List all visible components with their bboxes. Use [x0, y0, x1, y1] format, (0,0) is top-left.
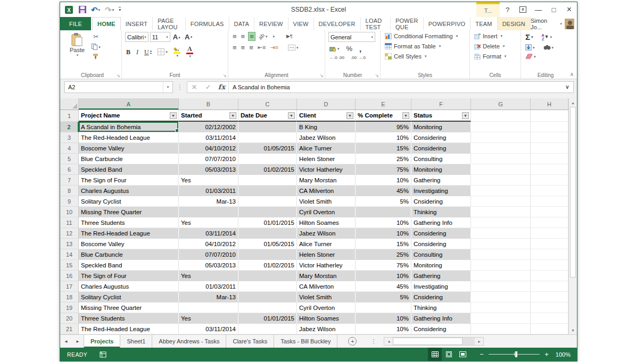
column-header-A[interactable]: A: [79, 98, 179, 110]
cell-E21[interactable]: 10%: [356, 324, 411, 334]
grow-font-button[interactable]: A▲: [172, 33, 182, 41]
cell-F9[interactable]: Cnsidering: [411, 196, 471, 207]
cell-B13[interactable]: 04/10/2012: [179, 239, 238, 249]
cell-C3[interactable]: [238, 132, 297, 143]
ribbon-tab-data[interactable]: DATA: [229, 17, 255, 30]
sheet-tab-tasks-bill-buckley[interactable]: Tasks - Bill Buckley: [274, 335, 337, 348]
cell-A12[interactable]: The Red-Headed League: [79, 228, 179, 239]
cell-H14[interactable]: [531, 249, 568, 260]
cell-C6[interactable]: 01/02/2015: [238, 164, 297, 175]
save-button[interactable]: [79, 6, 86, 13]
cell-G4[interactable]: [471, 143, 531, 154]
cell-F19[interactable]: Thinking: [411, 302, 471, 313]
cell-G5[interactable]: [471, 154, 531, 164]
cell-H16[interactable]: [531, 271, 568, 281]
cell-A2[interactable]: A Scandal in Bohemia: [79, 122, 179, 132]
formula-bar-grip[interactable]: ⋮: [177, 83, 183, 91]
cell-H11[interactable]: [531, 217, 568, 228]
name-box[interactable]: A2 ▾: [64, 81, 173, 93]
cell-E3[interactable]: 10%: [356, 132, 411, 143]
cell-F13[interactable]: Considering: [411, 239, 471, 249]
middle-align-button[interactable]: ≡: [240, 32, 246, 40]
number-format-combo[interactable]: General▾: [328, 32, 375, 42]
column-header-B[interactable]: B: [179, 98, 238, 110]
cell-A6[interactable]: Speckled Band: [79, 164, 179, 175]
row-header-17[interactable]: 17: [60, 281, 79, 292]
zoom-slider[interactable]: [489, 354, 540, 355]
cell-B21[interactable]: 03/11/2014: [179, 324, 238, 334]
cell-F20[interactable]: Gathering Info: [411, 313, 471, 324]
cell-H15[interactable]: [531, 260, 568, 271]
horizontal-scroll-thumb[interactable]: [393, 338, 462, 345]
table-header-started[interactable]: Started▼: [179, 110, 238, 122]
align-left-button[interactable]: ≡: [232, 44, 238, 52]
cell-F18[interactable]: Cnsidering: [411, 292, 471, 302]
cell-F11[interactable]: Gathering Info: [411, 217, 471, 228]
close-button[interactable]: ×: [562, 2, 577, 17]
cell-G15[interactable]: [471, 260, 531, 271]
font-dialog-launcher[interactable]: ↘: [222, 73, 227, 78]
cell-D11[interactable]: Hilton Soames: [297, 217, 356, 228]
cell-H19[interactable]: [531, 302, 568, 313]
ribbon-tab-power-que[interactable]: POWER QUE: [391, 17, 424, 30]
zoom-out-button[interactable]: −: [477, 350, 486, 358]
column-header-G[interactable]: G: [471, 98, 531, 110]
cancel-entry-button[interactable]: ✕: [187, 83, 201, 91]
cell-C2[interactable]: [238, 122, 297, 132]
cell-H9[interactable]: [531, 196, 568, 207]
user-avatar[interactable]: [565, 19, 574, 29]
cell-B2[interactable]: 02/12/2002: [179, 122, 238, 132]
autosum-button[interactable]: Σ: [524, 32, 534, 41]
row-header-20[interactable]: 20: [60, 313, 79, 324]
cell-C20[interactable]: 01/01/2015: [238, 313, 297, 324]
cell-G13[interactable]: [471, 239, 531, 249]
cell-G16[interactable]: [471, 271, 531, 281]
format-painter-button[interactable]: [90, 53, 102, 60]
row-header-10[interactable]: 10: [60, 207, 79, 217]
cell-E10[interactable]: [356, 207, 411, 217]
clear-button[interactable]: [524, 53, 537, 60]
table-header-date-due[interactable]: Date Due▼: [238, 110, 297, 122]
ribbon-display-options-button[interactable]: [515, 2, 531, 17]
collapse-ribbon-button[interactable]: ∧: [570, 71, 574, 77]
cell-D20[interactable]: Hilton Soames: [297, 313, 356, 324]
fill-color-button[interactable]: [172, 46, 181, 58]
format-as-table-button[interactable]: Format as Table: [384, 43, 466, 50]
cell-A7[interactable]: The Sign of Four: [79, 175, 179, 186]
cell-C9[interactable]: [238, 196, 297, 207]
customize-qat-button[interactable]: ▾: [119, 7, 121, 12]
ribbon-tab-formulas[interactable]: FORMULAS: [186, 17, 229, 30]
cell-D13[interactable]: Alice Turner: [297, 239, 356, 249]
scroll-left-button[interactable]: ◄: [384, 338, 393, 345]
filter-button-client[interactable]: ▼: [346, 112, 353, 119]
cell-B15[interactable]: 05/03/2013: [179, 260, 238, 271]
cell-D12[interactable]: Jabez Wilson: [297, 228, 356, 239]
cell-D8[interactable]: CA Milverton: [297, 186, 356, 196]
cell-B19[interactable]: [179, 302, 238, 313]
cell-E4[interactable]: 15%: [356, 143, 411, 154]
cell-F21[interactable]: Considering: [411, 324, 471, 334]
scroll-down-button[interactable]: ▼: [569, 326, 577, 334]
cell-H1[interactable]: [531, 110, 568, 122]
cell-E17[interactable]: 45%: [356, 281, 411, 292]
cell-G6[interactable]: [471, 164, 531, 175]
cell-B18[interactable]: Mar-13: [179, 292, 238, 302]
cell-F3[interactable]: Considering: [411, 132, 471, 143]
column-header-F[interactable]: F: [411, 98, 471, 110]
filter-button-project-name[interactable]: ▼: [170, 112, 177, 119]
cell-D18[interactable]: Violet Smith: [297, 292, 356, 302]
cell-A21[interactable]: The Red-Headed League: [79, 324, 179, 334]
comma-style-button[interactable]: ,: [358, 44, 362, 53]
row-header-16[interactable]: 16: [60, 271, 79, 281]
cell-B17[interactable]: 01/03/2011: [179, 281, 238, 292]
sheet-bar-grip[interactable]: ⋮: [370, 335, 376, 348]
vertical-scroll-thumb[interactable]: [570, 107, 576, 277]
cell-A3[interactable]: The Red-Headed League: [79, 132, 179, 143]
zoom-in-button[interactable]: +: [542, 350, 551, 358]
cell-A18[interactable]: Solitary Cyclist: [79, 292, 179, 302]
cell-E13[interactable]: 15%: [356, 239, 411, 249]
merge-center-button[interactable]: [287, 44, 300, 51]
cell-G17[interactable]: [471, 281, 531, 292]
row-header-21[interactable]: 21: [60, 324, 79, 334]
orientation-button[interactable]: ab: [258, 33, 269, 40]
